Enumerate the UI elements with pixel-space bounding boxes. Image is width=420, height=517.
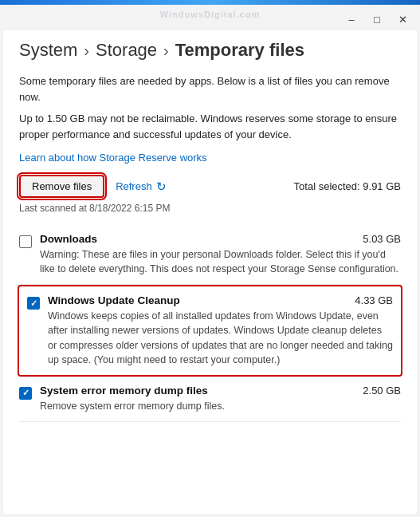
file-info-windows-update: Windows Update Cleanup4.33 GBWindows kee…: [48, 294, 393, 367]
breadcrumb-sep-1: ›: [84, 41, 89, 60]
remove-files-button[interactable]: Remove files: [19, 175, 104, 198]
minimize-button[interactable]: –: [343, 11, 359, 27]
refresh-icon: ↻: [156, 180, 167, 194]
breadcrumb-system[interactable]: System: [19, 40, 77, 61]
breadcrumb-storage[interactable]: Storage: [96, 40, 157, 61]
file-size-system-error: 2.50 GB: [363, 385, 401, 397]
file-info-downloads: Downloads5.03 GBWarning: These are files…: [40, 233, 401, 276]
file-name-windows-update: Windows Update Cleanup: [48, 294, 180, 306]
list-item-windows-update: Windows Update Cleanup4.33 GBWindows kee…: [18, 285, 402, 377]
page-title: Temporary files: [175, 40, 304, 61]
file-desc-windows-update: Windows keeps copies of all installed up…: [48, 309, 393, 367]
list-item-system-error: System error memory dump files2.50 GBRem…: [19, 377, 401, 422]
list-item-downloads: Downloads5.03 GBWarning: These are files…: [19, 225, 401, 285]
checkbox-windows-update[interactable]: [27, 297, 40, 310]
checkbox-system-error[interactable]: [19, 387, 32, 400]
refresh-button[interactable]: Refresh ↻: [116, 180, 167, 194]
close-button[interactable]: ✕: [394, 11, 410, 27]
learn-link[interactable]: Learn about how Storage Reserve works: [19, 152, 207, 164]
file-list: Downloads5.03 GBWarning: These are files…: [19, 225, 401, 422]
file-desc-downloads: Warning: These are files in your persona…: [40, 247, 401, 276]
total-selected: Total selected: 9.91 GB: [294, 180, 401, 192]
breadcrumb: System › Storage › Temporary files: [19, 40, 401, 61]
action-bar: Remove files Refresh ↻ Total selected: 9…: [19, 175, 401, 198]
file-name-system-error: System error memory dump files: [40, 385, 208, 397]
maximize-button[interactable]: □: [369, 11, 385, 27]
file-info-system-error: System error memory dump files2.50 GBRem…: [40, 385, 401, 413]
file-size-windows-update: 4.33 GB: [355, 294, 393, 306]
description-line1: Some temporary files are needed by apps.…: [19, 73, 401, 105]
checkbox-downloads[interactable]: [19, 235, 32, 248]
file-size-downloads: 5.03 GB: [363, 233, 401, 245]
file-desc-system-error: Remove system error memory dump files.: [40, 399, 401, 413]
file-name-downloads: Downloads: [40, 233, 97, 245]
scan-info: Last scanned at 8/18/2022 6:15 PM: [19, 203, 401, 214]
refresh-label: Refresh: [116, 180, 152, 192]
breadcrumb-sep-2: ›: [163, 41, 169, 60]
description-line2: Up to 1.50 GB may not be reclaimable. Wi…: [19, 111, 401, 142]
